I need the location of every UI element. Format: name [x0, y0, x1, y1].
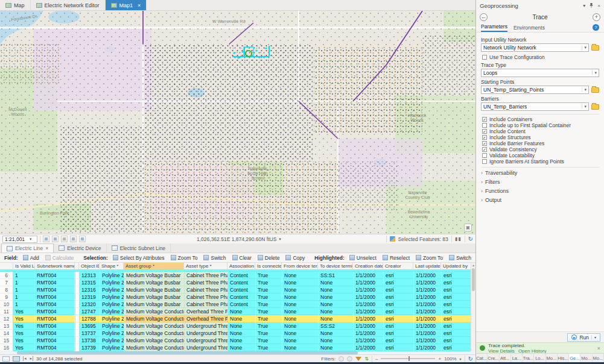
panel-menu-icon[interactable]: ▾ — [583, 3, 585, 8]
panel-tab[interactable]: Cre... — [488, 354, 499, 362]
zoom-level[interactable]: 100% — [444, 356, 456, 362]
cell-asset-group[interactable]: Medium Voltage Busbar — [124, 293, 185, 301]
cell-creation-date[interactable]: 1/1/2000 — [354, 293, 384, 301]
cell-subnetwork-name[interactable]: RMT004 — [35, 301, 75, 308]
cell-asset-type[interactable]: Overhead Three Phase — [185, 308, 228, 315]
chevron-down-icon[interactable]: ▾ — [30, 237, 32, 242]
column-splitter[interactable] — [75, 263, 79, 270]
cell-asset-type[interactable]: Cabinet Three Phase — [185, 279, 228, 286]
cell-to-device-terminal[interactable]: None — [319, 308, 354, 315]
cell-updated-by[interactable]: esri — [442, 315, 471, 322]
panel-tab[interactable]: Cat... — [476, 354, 488, 362]
cell-updated-by[interactable]: esri — [442, 293, 471, 301]
cell-is-connected[interactable]: True — [256, 301, 282, 308]
cell-last-update[interactable]: 1/1/2000 — [414, 272, 442, 279]
cell-is-valid-loop[interactable]: Yes — [13, 337, 35, 344]
toolbar-button[interactable]: Copy — [282, 255, 308, 261]
cell-from-device-terminal[interactable]: None — [282, 301, 319, 308]
crosshair-icon[interactable] — [70, 236, 77, 242]
cell-asset-group[interactable]: Medium Voltage Busbar — [124, 301, 185, 308]
toolbar-button[interactable]: Zoom To — [413, 255, 446, 261]
filter-circle-icon[interactable] — [339, 356, 344, 362]
cell-updated-by[interactable]: esri — [442, 286, 471, 293]
refresh-icon[interactable]: ↻ — [468, 356, 473, 362]
cell-object-id[interactable]: 13695 — [80, 322, 100, 330]
tab-parameters[interactable]: Parameters — [481, 24, 507, 32]
column-header[interactable]: Is Valid Loop — [13, 263, 35, 270]
toolbar-button[interactable]: Unselect — [346, 255, 380, 261]
run-button[interactable]: ▶ Run ▾ — [567, 333, 600, 342]
row-number[interactable]: 15 — [0, 337, 13, 344]
column-header[interactable]: From device terminal — [282, 263, 318, 270]
cell-is-connected[interactable]: True — [256, 315, 282, 322]
browse-folder-icon[interactable] — [591, 104, 599, 110]
cell-object-id[interactable]: 12320 — [80, 301, 100, 308]
column-header[interactable]: Object ID * — [79, 263, 100, 270]
cell-association-status[interactable]: None — [228, 330, 256, 337]
table-row[interactable]: 9 1 RMT004 12319 Polyline ZM Medium Volt… — [0, 293, 471, 301]
cell-last-update[interactable]: 1/1/2000 — [414, 286, 442, 293]
section-header[interactable]: › Filters — [481, 178, 599, 186]
cell-from-device-terminal[interactable]: None — [282, 337, 319, 344]
cell-object-id[interactable]: 12747 — [80, 308, 100, 315]
table-tab-electric-subnet-line[interactable]: Electric Subnet Line — [107, 243, 171, 253]
column-header[interactable] — [0, 263, 13, 270]
browse-folder-icon[interactable] — [591, 87, 599, 93]
cell-subnetwork-name[interactable]: RMT004 — [35, 330, 75, 337]
cell-is-connected[interactable]: True — [256, 337, 282, 344]
cell-updated-by[interactable]: esri — [442, 272, 471, 279]
cell-is-valid-loop[interactable]: 1 — [13, 279, 35, 286]
cell-to-device-terminal[interactable]: None — [319, 301, 354, 308]
cell-subnetwork-name[interactable]: RMT004 — [35, 286, 75, 293]
cell-subnetwork-name[interactable]: RMT004 — [35, 344, 75, 351]
close-icon[interactable]: × — [597, 345, 600, 351]
row-number[interactable]: 8 — [0, 286, 13, 293]
panel-tab[interactable]: Mo... — [546, 354, 558, 362]
panel-tab[interactable]: Tra... — [523, 354, 534, 362]
chevron-down-icon[interactable]: ▾ — [460, 357, 462, 361]
checkbox[interactable]: ✓ — [482, 147, 487, 152]
filter-circle-icon[interactable] — [347, 356, 352, 362]
cell-shape[interactable]: Polyline ZM — [100, 308, 124, 315]
cell-updated-by[interactable]: esri — [442, 308, 471, 315]
column-header[interactable]: Updated by — [441, 263, 471, 270]
panel-tab[interactable]: Mo... — [593, 354, 604, 362]
cell-to-device-terminal[interactable]: None — [319, 337, 354, 344]
cell-from-device-terminal[interactable]: None — [282, 322, 319, 330]
cell-creator[interactable]: esri — [384, 308, 414, 315]
cell-asset-type[interactable]: Cabinet Three Phase — [185, 286, 228, 293]
use-trace-configuration-checkbox[interactable]: Use Trace Configuration — [482, 54, 599, 60]
chevron-down-icon[interactable]: ▾ — [582, 87, 588, 92]
table-view-icon[interactable] — [2, 356, 10, 362]
table-tab-electric-device[interactable]: Electric Device — [54, 243, 106, 253]
slider-thumb[interactable] — [408, 356, 410, 361]
cell-last-update[interactable]: 1/1/2000 — [414, 315, 442, 322]
cell-subnetwork-name[interactable]: RMT004 — [35, 279, 75, 286]
cell-subnetwork-name[interactable]: RMT004 — [35, 315, 75, 322]
section-header[interactable]: › Traversability — [481, 169, 599, 177]
barriers-combo[interactable]: UN_Temp_Barriers▾ — [481, 102, 589, 111]
column-header[interactable]: Shape * — [100, 263, 124, 270]
cell-is-connected[interactable]: True — [256, 293, 282, 301]
cell-creator[interactable]: esri — [384, 293, 414, 301]
table-row[interactable]: 11 Yes RMT004 12747 Polyline ZM Medium V… — [0, 308, 471, 315]
grid-select-icon[interactable] — [43, 236, 49, 242]
view-tab-electric-network-editor[interactable]: Electric Network Editor — [31, 0, 106, 10]
overview-map-button[interactable]: ▣ — [464, 224, 472, 231]
cell-shape[interactable]: Polyline ZM — [100, 279, 124, 286]
panel-tab[interactable]: Att... — [500, 354, 511, 362]
pause-drawing-icon[interactable]: ▮▮ — [455, 236, 462, 242]
cell-last-update[interactable]: 1/1/2000 — [414, 337, 442, 344]
cell-shape[interactable]: Polyline ZM — [100, 330, 124, 337]
section-header[interactable]: › Functions — [481, 187, 599, 195]
cell-is-valid-loop[interactable]: 1 — [13, 272, 35, 279]
cell-from-device-terminal[interactable]: None — [282, 279, 319, 286]
cell-object-id[interactable]: 12313 — [80, 272, 100, 279]
row-number[interactable]: 16 — [0, 344, 13, 351]
cell-last-update[interactable]: 1/1/2000 — [414, 293, 442, 301]
column-header[interactable]: Creator — [383, 263, 413, 270]
checkbox[interactable]: ✓ — [482, 141, 487, 146]
cell-to-device-terminal[interactable]: None — [319, 293, 354, 301]
row-number[interactable]: 11 — [0, 308, 13, 315]
cell-creation-date[interactable]: 1/1/2000 — [354, 322, 384, 330]
